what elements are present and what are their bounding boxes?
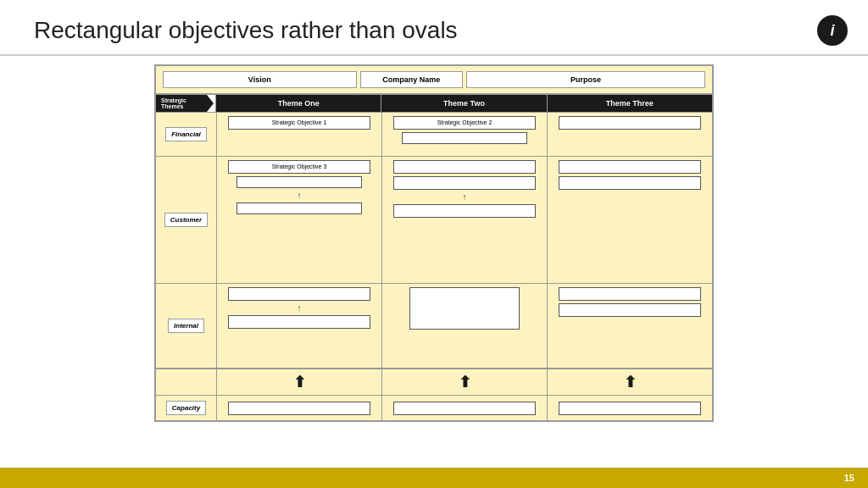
capacity-label: Capacity xyxy=(166,401,206,415)
top-row: Vision Company Name Purpose xyxy=(156,66,712,95)
theme-three-financial xyxy=(548,113,712,157)
company-name-box: Company Name xyxy=(360,71,463,88)
theme-one-col: Strategic Objective 1 Strategic Objectiv… xyxy=(217,113,381,369)
cap-box-three xyxy=(559,402,700,415)
cap-col-three xyxy=(547,396,712,420)
theme-two-cust-obj3 xyxy=(393,204,535,218)
theme-one-internal: ↑ xyxy=(217,284,381,369)
strategic-obj-2-box: Strategic Objective 2 xyxy=(393,116,535,130)
theme-one-cust-obj2 xyxy=(236,176,363,188)
theme-two-fin-obj2 xyxy=(402,132,528,144)
page-number: 15 xyxy=(844,473,854,483)
vision-box: Vision xyxy=(163,71,357,88)
main-content: Vision Company Name Purpose Strategic Th… xyxy=(0,56,868,430)
cap-box-two xyxy=(393,402,535,415)
page-header: Rectangular objectives rather than ovals… xyxy=(0,0,868,56)
theme-one-int-obj2 xyxy=(228,315,370,329)
big-arrow-2: ⬆ xyxy=(381,369,547,395)
customer-label: Customer xyxy=(164,213,208,227)
theme-three-int-obj2 xyxy=(559,303,700,317)
purpose-box: Purpose xyxy=(466,71,705,88)
strategic-themes-arrow: Strategic Themes xyxy=(156,95,214,112)
theme-three-customer xyxy=(548,157,712,284)
theme-two-internal xyxy=(382,284,547,369)
theme-two-customer: ↑ xyxy=(382,157,547,284)
theme-three-col xyxy=(547,113,712,369)
cap-col-two xyxy=(381,396,547,420)
strategic-obj-1-box: Strategic Objective 1 xyxy=(228,116,370,130)
theme-one-int-obj1 xyxy=(228,287,370,301)
big-arrow-3: ⬆ xyxy=(547,369,712,395)
arrow-row-label-space xyxy=(156,369,217,395)
theme-header-row: Strategic Themes Theme One Theme Two The… xyxy=(156,95,712,113)
theme-two-cust-obj1 xyxy=(393,160,535,174)
capacity-themes xyxy=(217,396,712,420)
theme-three-header: Theme Three xyxy=(547,95,712,112)
theme-three-fin-obj1 xyxy=(559,116,700,130)
content-area: Financial Customer Internal St xyxy=(156,113,712,369)
internal-label: Internal xyxy=(168,319,204,333)
customer-label-cell: Customer xyxy=(156,157,216,284)
capacity-row: Capacity xyxy=(156,395,712,420)
info-icon[interactable]: i xyxy=(817,15,848,46)
row-labels: Financial Customer Internal xyxy=(156,113,217,369)
theme-three-cust-obj1 xyxy=(559,160,700,174)
theme-one-cust-obj3 xyxy=(236,202,363,214)
arrow-row-content: ⬆ ⬆ ⬆ xyxy=(217,369,712,395)
theme-two-header: Theme Two xyxy=(381,95,546,112)
arrow-row: ⬆ ⬆ ⬆ xyxy=(156,369,712,395)
financial-label-cell: Financial xyxy=(156,113,216,157)
strategy-map: Vision Company Name Purpose Strategic Th… xyxy=(154,64,714,422)
capacity-label-cell: Capacity xyxy=(156,396,217,420)
strategic-themes-label-area: Strategic Themes xyxy=(156,95,215,112)
up-arrow-2: ↑ xyxy=(298,303,302,313)
theme-two-financial: Strategic Objective 2 xyxy=(382,113,547,157)
up-arrow-1: ↑ xyxy=(298,191,302,200)
big-arrow-1: ⬆ xyxy=(217,369,381,395)
theme-three-internal xyxy=(548,284,712,369)
theme-three-cust-obj2 xyxy=(559,176,700,190)
cap-col-one xyxy=(217,396,381,420)
theme-two-cust-obj2 xyxy=(393,176,535,190)
strategy-map-wrapper: Vision Company Name Purpose Strategic Th… xyxy=(17,64,851,422)
cap-box-one xyxy=(228,402,370,415)
up-arrow-3: ↑ xyxy=(463,192,467,202)
page-title: Rectangular objectives rather than ovals xyxy=(34,17,458,44)
theme-one-customer: Strategic Objective 3 ↑ xyxy=(217,157,381,284)
internal-label-cell: Internal xyxy=(156,284,216,369)
theme-three-int-obj1 xyxy=(559,287,700,301)
theme-two-col: Strategic Objective 2 ↑ xyxy=(381,113,547,369)
themes-content: Strategic Objective 1 Strategic Objectiv… xyxy=(217,113,712,369)
theme-one-header: Theme One xyxy=(215,95,381,112)
theme-one-financial: Strategic Objective 1 xyxy=(217,113,381,157)
strategic-obj-3-box: Strategic Objective 3 xyxy=(228,160,370,174)
page-footer: 15 xyxy=(0,468,868,488)
financial-label: Financial xyxy=(165,127,207,141)
theme-two-int-big xyxy=(409,287,520,330)
